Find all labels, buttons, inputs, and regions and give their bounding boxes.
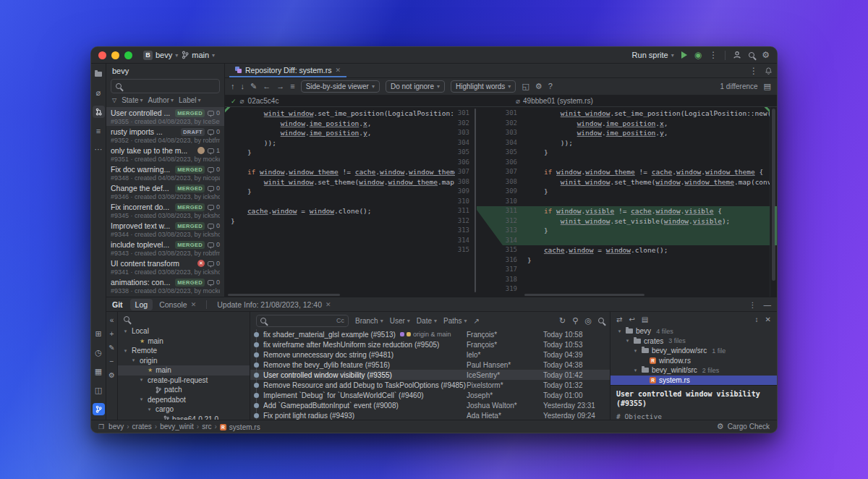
maximize-window-button[interactable] [124,51,132,59]
match-case-toggle[interactable]: Cc [336,317,344,324]
breadcrumb-item[interactable]: crates [132,423,152,431]
breadcrumb-item[interactable]: Rsystem.rs [220,423,260,431]
editor-tab[interactable]: Repository Diff: system.rs ✕ [229,64,346,77]
pull-request-item[interactable]: Change the def... MERGED 0 #9346 · creat… [106,182,224,201]
tree-chevron-icon[interactable]: ▾ [122,348,129,354]
log-search-input[interactable] [270,317,333,325]
horizontal-scrollbar[interactable] [228,294,340,296]
help-icon[interactable]: ? [548,82,553,90]
more-options-icon[interactable]: ⋮ [749,300,757,309]
next-difference-icon[interactable]: ↓ [241,82,245,90]
filter-funnel-icon[interactable]: ▽ [112,97,116,103]
commit-row[interactable]: Remove unnecessary doc string (#9481) le… [250,349,610,360]
tree-chevron-icon[interactable]: ▾ [138,377,145,383]
pull-request-item[interactable]: Fix doc warning... MERGED 0 #9348 · crea… [106,164,224,182]
pull-request-item[interactable]: animations: con... MERGED 0 #9338 · crea… [106,276,224,295]
tree-chevron-icon[interactable]: ▾ [632,348,639,354]
cargo-check-label[interactable]: Cargo Check [728,423,770,431]
deep-compare-icon[interactable]: ⚲ [572,316,578,326]
collapse-icon[interactable]: « [110,316,114,324]
file-tree-item[interactable]: ▾ crates 3 files [610,336,777,347]
user-profile-icon[interactable] [733,51,741,59]
close-tab-icon[interactable]: ✕ [326,301,331,308]
user-filter[interactable]: User▾ [390,317,410,325]
filter-author[interactable]: Author▾ [148,96,174,104]
more-run-actions-button[interactable]: ⋮ [709,51,718,59]
pr-search-box[interactable] [111,79,220,93]
terminal-toolwindow-button[interactable]: ◫ [93,384,105,397]
collapse-unchanged-icon[interactable]: ◱ [522,82,529,90]
filter-state[interactable]: State▾ [122,96,142,104]
breadcrumb-item[interactable]: bevy_winit [160,423,194,431]
close-icon[interactable]: ✕ [765,315,771,323]
branch-item[interactable]: ▾ Remote [118,346,250,356]
settings-gear-icon[interactable]: ⚙ [109,371,115,379]
scrollbar-thumb[interactable] [772,109,775,281]
tree-chevron-icon[interactable]: ▾ [122,328,129,334]
todo-toolwindow-button[interactable]: ▦ [93,365,105,378]
pull-request-item[interactable]: Fix incorrent do... MERGED 0 #9345 · cre… [106,201,224,220]
filter-label[interactable]: Label▾ [179,96,200,104]
git-toolwindow-button[interactable] [93,403,105,415]
pr-search-input[interactable] [125,82,215,90]
branch-search-input[interactable] [134,315,244,323]
pull-request-item[interactable]: Improved text w... MERGED 0 #9344 · crea… [106,220,224,239]
apply-left-icon[interactable]: ← [263,82,271,90]
right-pane-scrollbar[interactable] [770,107,777,297]
branch-filter[interactable]: Branch▾ [355,317,383,325]
tree-chevron-icon[interactable]: ▾ [130,357,137,363]
commit-toolwindow-button[interactable]: ⌀ [93,87,105,99]
close-tab-icon[interactable]: ✕ [191,301,197,308]
project-toolwindow-button[interactable] [93,68,105,80]
commit-row[interactable]: Fix point light radius (#9493) Ada Hieta… [250,410,610,420]
notifications-bell-icon[interactable] [765,67,773,75]
tree-chevron-icon[interactable]: ▾ [616,328,623,334]
show-diff-icon[interactable]: ⇄ [616,315,622,323]
diff-settings-gear-icon[interactable]: ⚙ [535,82,542,90]
commit-row[interactable]: Implement `Debug` for `UnsafeWorldCell` … [250,390,610,400]
minimize-window-button[interactable] [111,51,119,59]
previous-difference-icon[interactable]: ↑ [231,82,235,90]
branch-item[interactable]: ▾ Local [118,326,250,336]
file-tree-item[interactable]: R window.rs [610,356,777,366]
file-tree-item[interactable]: R system.rs [610,376,777,386]
date-filter[interactable]: Date▾ [417,317,437,325]
changed-files-list-icon[interactable]: ≡ [290,82,294,90]
breadcrumb-item[interactable]: bevy [109,423,124,431]
diff-left-pane[interactable]: winit_window.set_ime_position(LogicalPos… [225,107,474,297]
breadcrumb-item[interactable]: src [202,423,211,431]
search-everywhere-icon[interactable] [749,52,754,58]
search-icon[interactable] [598,318,604,323]
branch-widget[interactable]: main ▾ [182,51,215,59]
tree-chevron-icon[interactable]: ▾ [146,407,153,412]
expand-icon[interactable]: ↕ [755,315,759,323]
refresh-icon[interactable]: ↻ [559,316,566,326]
branch-item[interactable]: patch [118,385,250,395]
close-window-button[interactable] [98,51,106,59]
structure-toolwindow-button[interactable]: ≡ [93,124,105,137]
whitespace-mode-dropdown[interactable]: Do not ignore▾ [386,80,445,93]
hide-panel-icon[interactable]: — [764,300,772,309]
commit-row[interactable]: Add `GamepadButtonInput` event (#9008) J… [250,400,610,410]
run-configuration-select[interactable]: Run sprite ▾ [632,51,674,59]
file-tree-item[interactable]: ▾ bevy_winit/src 2 files [610,365,777,376]
apply-right-icon[interactable]: → [276,82,284,90]
settings-gear-icon[interactable]: ⚙ [762,51,770,59]
project-widget[interactable]: B bevy ▾ [143,51,178,60]
group-by-icon[interactable]: ▤ [642,315,648,323]
run-button[interactable] [681,51,687,59]
highlight-mode-dropdown[interactable]: Highlight words▾ [451,80,516,93]
tab-console[interactable]: Console✕ [154,299,201,310]
branch-item[interactable]: ▾ create-pull-request [118,376,250,386]
history-toolwindow-button[interactable]: ◷ [93,347,105,359]
branch-item[interactable]: ▾ dependabot [118,395,250,405]
more-options-icon[interactable]: ⋮ [749,67,758,75]
toolwindows-toggle-icon[interactable]: ❐ [98,423,104,431]
horizontal-scrollbar[interactable] [524,294,644,296]
inserted-change-marker[interactable] [775,206,777,245]
commit-row[interactable]: User controlled window visibility (#9355… [250,370,610,380]
branch-item[interactable]: ★ main [118,365,250,376]
file-tree-item[interactable]: ▾ bevy_window/src 1 file [610,346,777,356]
delete-icon[interactable]: − [110,357,114,365]
branch-item[interactable]: ▾ cargo [118,404,250,415]
